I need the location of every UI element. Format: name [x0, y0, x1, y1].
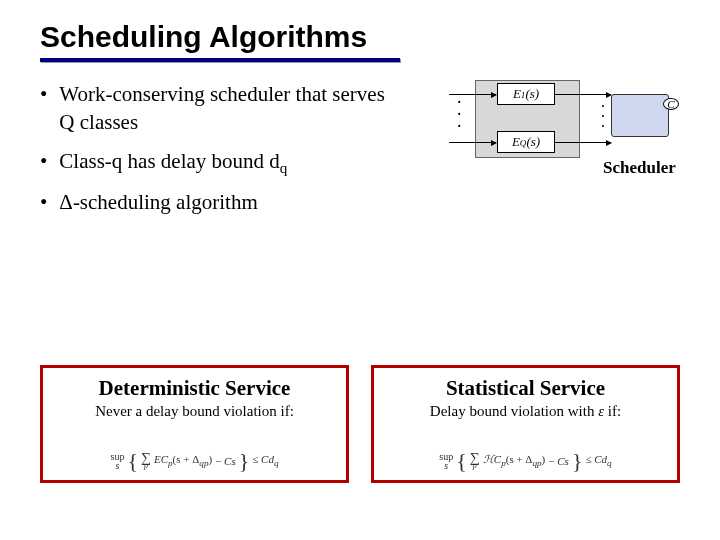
eq-e: E: [512, 134, 520, 149]
cd-text-2: Cd: [594, 453, 607, 465]
sup-operator: sup s: [110, 452, 124, 470]
capacity-circle: C: [663, 98, 679, 110]
sup-operator-2: sup s: [439, 452, 453, 470]
bullet-2: Class-q has delay bound dq: [40, 147, 395, 179]
deterministic-card: Deterministic Service Never a delay boun…: [40, 365, 349, 483]
det-card-title: Deterministic Service: [51, 376, 338, 401]
arg-l: (s + Δ: [173, 453, 200, 465]
leq-cd-2: ≤ Cdq: [585, 453, 611, 468]
bullet-list: Work-conserving scheduler that serves Q …: [40, 80, 395, 227]
e1-arg: (s): [525, 86, 539, 101]
sigma-operator-2: ∑ p: [470, 452, 480, 470]
sup-sub-2: s: [444, 461, 448, 470]
e1-e: E: [513, 86, 521, 101]
bullet-2-sub: q: [280, 160, 288, 176]
stat-sub-post: if:: [604, 403, 621, 419]
scheduler-box: [611, 94, 669, 137]
cd-text: Cd: [261, 453, 274, 465]
minus-cs-2: − Cs: [548, 455, 569, 467]
arg-l-2: (s + Δ: [506, 453, 533, 465]
arrow-in-bottom: [449, 142, 496, 143]
bullet-1: Work-conserving scheduler that serves Q …: [40, 80, 395, 137]
bullet-3-post: -scheduling algorithm: [73, 190, 258, 214]
cd-sub: q: [274, 458, 279, 468]
det-card-sub: Never a delay bound violation if:: [51, 403, 338, 420]
stat-formula: sup s { ∑ p ℋCp(s + Δqp) − Cs } ≤ Cdq: [439, 452, 611, 470]
slide-title: Scheduling Algorithms: [40, 20, 680, 54]
envelope-box-1: E1(s): [497, 83, 555, 105]
sup-sub: s: [115, 461, 119, 470]
arrow-out-top: [555, 94, 611, 95]
vertical-dots-in: ···: [457, 96, 462, 132]
arg-sub-2: qp: [532, 458, 541, 468]
minus-cs: − Cs: [215, 455, 236, 467]
stat-sub-pre: Delay bound violation with: [430, 403, 598, 419]
cd-sub-2: q: [607, 458, 612, 468]
arg-r-2: ): [542, 453, 546, 465]
cs-text: Cs: [224, 455, 236, 467]
bullet-2-text: Class-q has delay bound dq: [59, 147, 287, 179]
det-formula: sup s { ∑ p ECp(s + Δqp) − Cs } ≤ Cdq: [110, 452, 278, 470]
arg-sub: qp: [199, 458, 208, 468]
sigma-operator: ∑ p: [141, 452, 151, 470]
statistical-card: Statistical Service Delay bound violatio…: [371, 365, 680, 483]
sigma-sub: p: [144, 463, 148, 469]
bullet-1-text: Work-conserving scheduler that serves Q …: [59, 80, 395, 137]
arrow-out-bottom: [555, 142, 611, 143]
vertical-dots-out: ···: [601, 102, 605, 132]
det-ec-term: ECp(s + Δqp): [154, 453, 212, 468]
arg-r: ): [208, 453, 212, 465]
title-underline: [40, 58, 400, 62]
stat-hc-term: ℋCp(s + Δqp): [483, 453, 545, 468]
scheduler-label: Scheduler: [603, 158, 676, 178]
eq-arg: (s): [526, 134, 540, 149]
hc-text: ℋC: [483, 453, 501, 465]
upper-row: Work-conserving scheduler that serves Q …: [40, 80, 680, 227]
cards-row: Deterministic Service Never a delay boun…: [40, 365, 680, 483]
cs-text-2: Cs: [557, 455, 569, 467]
stat-card-title: Statistical Service: [382, 376, 669, 401]
bullet-2-pre: Class-q has delay bound d: [59, 149, 279, 173]
delta-symbol: Δ: [59, 190, 73, 214]
bullet-3-text: Δ-scheduling algorithm: [59, 188, 257, 216]
bullet-3: Δ-scheduling algorithm: [40, 188, 395, 216]
ec-text: EC: [154, 453, 168, 465]
envelope-box-q: EQ(s): [497, 131, 555, 153]
sigma-sub-2: p: [473, 463, 477, 469]
stat-card-sub: Delay bound violation with ε if:: [382, 403, 669, 420]
scheduler-diagram: ··· E1(s) EQ(s) ··· C Scheduler: [415, 80, 680, 190]
leq-cd: ≤ Cdq: [252, 453, 278, 468]
